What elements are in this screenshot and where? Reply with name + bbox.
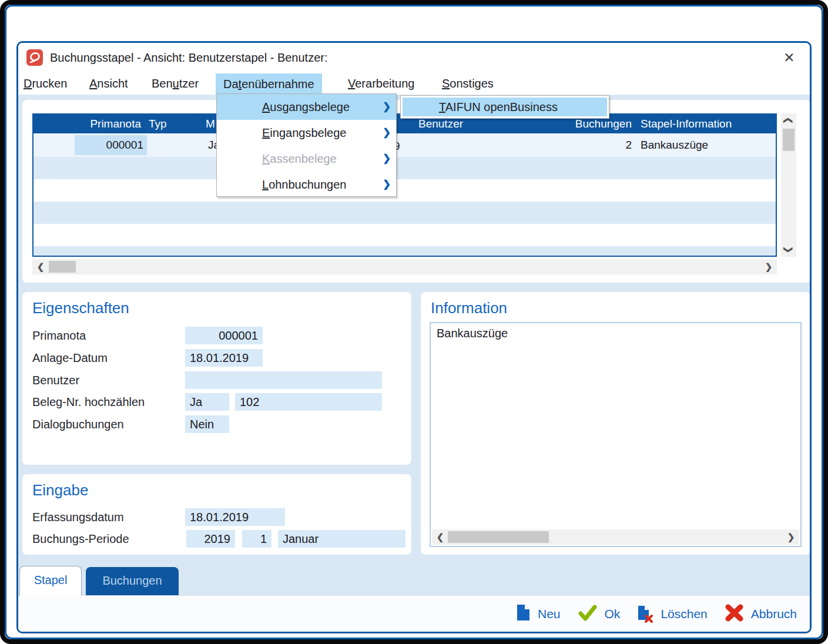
periode-number-field[interactable]: 1 [242,530,271,548]
periode-year-field[interactable]: 2019 [186,530,235,548]
table-row[interactable] [33,224,776,246]
taifun-app-icon [26,49,43,66]
cell-stapel-information: Bankauszüge [641,133,708,157]
cell-primanota[interactable]: 000001 [75,135,147,155]
new-button[interactable]: Neu [517,604,561,624]
check-icon [578,605,597,624]
benutzer-field[interactable] [185,371,382,389]
information-horizontal-scrollbar[interactable]: ❮ ❯ [432,529,799,545]
title-bar: Buchungsstapel - Ansicht: Benutzerstapel… [18,43,810,72]
properties-panel: Eigenschaften Primanota 000001 Anlage-Da… [22,292,411,465]
menu-item-sonstiges[interactable]: Sonstiges [442,72,494,95]
submenu-arrow-icon: ❯ [383,94,391,120]
menu-item-verarbeitung[interactable]: Verarbeitung [348,72,414,95]
dialogbuchungen-field[interactable]: Nein [185,415,229,433]
table-row[interactable] [33,202,776,224]
menu-bar: Drucken Ansicht Benutzer Datenübernahme … [18,72,810,95]
delete-button[interactable]: Löschen [638,605,707,623]
scroll-down-icon[interactable]: ❯ [781,243,796,257]
close-icon[interactable]: ✕ [780,49,798,66]
datenuebernahme-dropdown: Ausgangsbelege ❯ Eingangsbelege ❯ Kassen… [216,93,397,197]
primanota-label: Primanota [32,327,86,344]
cell-buchungen: 2 [596,133,632,157]
header-stapel-information[interactable]: Stapel-Information [641,115,732,133]
beleg-nr-label: Beleg-Nr. hochzählen [32,393,145,411]
entry-title: Eingabe [32,481,88,499]
scroll-up-icon[interactable]: ❮ [781,113,796,128]
buchungs-periode-label: Buchungs-Periode [32,530,129,548]
submenu-arrow-icon: ❯ [383,120,391,146]
table-horizontal-scrollbar[interactable]: ❮ ❯ [32,259,777,274]
scroll-right-icon[interactable]: ❯ [784,529,798,545]
footer-bar: Neu Ok [18,595,810,632]
header-primanota[interactable]: Primanota [68,115,141,133]
erfassungsdatum-field[interactable]: 18.01.2019 [185,508,285,526]
ausgangsbelege-submenu: TAIFUN openBusiness [400,95,609,119]
beleg-nr-flag-field[interactable]: Ja [185,393,229,411]
cancel-x-icon [725,604,743,625]
information-title: Information [431,299,507,317]
periode-month-field[interactable]: Januar [278,530,405,548]
benutzer-label: Benutzer [32,371,79,389]
ok-button[interactable]: Ok [578,605,621,624]
scroll-left-icon[interactable]: ❮ [33,259,48,274]
table-row[interactable] [33,157,776,179]
submenu-arrow-icon: ❯ [383,172,391,197]
hscroll-thumb[interactable] [49,261,76,273]
tab-buchungen[interactable]: Buchungen [86,567,179,595]
vscroll-thumb[interactable] [783,129,795,151]
entry-panel: Eingabe Erfassungsdatum 18.01.2019 Buchu… [22,474,411,555]
information-text: Bankauszüge [431,323,800,344]
table-row[interactable]: 000001 Ja 2 Bankauszüge [33,133,776,157]
batch-table: Primanota Typ M Benutzer Buchungen Stape… [32,113,777,257]
dialogbuchungen-label: Dialogbuchungen [32,415,124,433]
submenu-arrow-icon: ❯ [383,146,391,172]
menu-item-kassenbelege: Kassenbelege ❯ [217,146,396,172]
primanota-field[interactable]: 000001 [185,327,263,344]
header-monat[interactable]: M [206,115,215,133]
buchungsstapel-dialog: Buchungsstapel - Ansicht: Benutzerstapel… [16,41,812,633]
tab-stapel[interactable]: Stapel [19,566,82,596]
table-row [33,246,776,256]
erfassungsdatum-label: Erfassungsdatum [32,508,124,526]
new-document-icon [517,604,530,624]
menu-item-ansicht[interactable]: Ansicht [89,72,128,95]
menu-item-datenuebernahme[interactable]: Datenübernahme [216,73,322,95]
information-panel: Information Bankauszüge ❮ ❯ [421,292,810,555]
menu-item-drucken[interactable]: Drucken [24,72,67,95]
menu-item-eingangsbelege[interactable]: Eingangsbelege ❯ [217,120,396,146]
anlage-datum-label: Anlage-Datum [32,349,108,367]
window-title: Buchungsstapel - Ansicht: Benutzerstapel… [50,43,328,72]
properties-title: Eigenschaften [32,299,129,317]
batch-table-panel: Primanota Typ M Benutzer Buchungen Stape… [22,100,810,283]
scroll-right-icon[interactable]: ❯ [762,259,776,274]
cancel-button[interactable]: Abbruch [725,604,797,625]
info-hscroll-thumb[interactable] [448,531,549,543]
header-typ[interactable]: Typ [149,115,167,133]
anlage-datum-field[interactable]: 18.01.2019 [185,349,263,367]
table-row[interactable] [33,179,776,202]
beleg-nr-value-field[interactable]: 102 [235,393,382,411]
menu-item-taifun-openbusiness[interactable]: TAIFUN openBusiness [403,98,607,116]
information-textarea[interactable]: Bankauszüge ❮ ❯ [430,322,802,547]
menu-item-lohnbuchungen[interactable]: Lohnbuchungen ❯ [217,172,396,197]
delete-document-icon [638,605,653,623]
scroll-left-icon[interactable]: ❮ [433,529,447,545]
menu-item-benutzer[interactable]: Benutzer [152,72,199,95]
table-vertical-scrollbar[interactable]: ❮ ❯ [781,113,796,257]
menu-item-ausgangsbelege[interactable]: Ausgangsbelege ❯ [217,94,396,120]
